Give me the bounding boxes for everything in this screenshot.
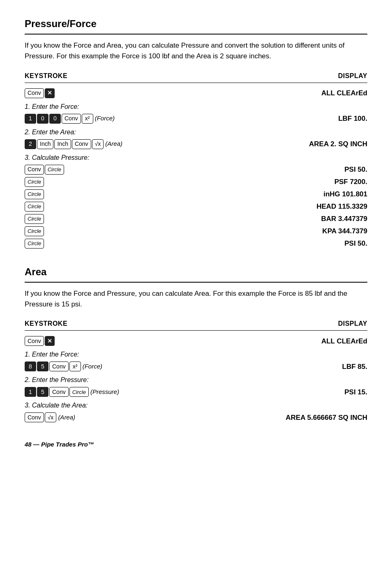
inch-key-b[interactable]: Inch [54,139,71,149]
display-value: ALL CLEArEd [265,336,367,347]
keystroke-col: 1 0 0 Conv x² (Force) [25,114,265,124]
x-key[interactable]: ✕ [45,336,55,346]
key-8[interactable]: 8 [25,361,36,371]
circle-key[interactable]: Circle [25,226,44,236]
key-0b[interactable]: 0 [49,114,61,124]
sqrt-key[interactable]: √x [45,412,57,422]
circle-key[interactable]: Circle [25,202,44,212]
table-row: Circle PSI 50. [25,237,367,250]
display-value: HEAD 115.3329 [265,201,367,212]
display-value: BAR 3.447379 [265,214,367,224]
footer: 48 — Pipe Trades Pro™ [25,440,367,449]
key-1[interactable]: 1 [25,114,36,124]
section-area: Area If you know the Force and Pressure,… [25,265,367,424]
table-row: Circle BAR 3.447379 [25,213,367,225]
section2-table-header: KEYSTROKE DISPLAY [25,319,367,331]
inch-key-a[interactable]: Inch [37,139,53,149]
keystroke-col: Conv √x (Area) [25,412,265,422]
keystroke-col: 2 Inch Inch Conv √x (Area) [25,139,265,149]
table-row: 1 0 0 Conv x² (Force) LBF 100. [25,113,367,125]
step3-label-s2: 3. Calculate the Area: [25,401,367,410]
conv-key[interactable]: Conv [49,387,69,397]
table-row: Conv ✕ ALL CLEArEd [25,87,367,99]
keystroke-col: Circle [25,226,265,236]
x2-key[interactable]: x² [82,114,93,124]
key-5b[interactable]: 5 [37,387,48,397]
area-label: (Area) [58,413,75,422]
keystroke-col: Conv ✕ [25,88,265,98]
step3-label: 3. Calculate Pressure: [25,153,367,163]
circle-key[interactable]: Circle [25,177,44,187]
x2-key[interactable]: x² [69,361,81,371]
display-value: KPA 344.7379 [265,226,367,237]
keystroke-col: Circle [25,189,265,199]
footer-text: 48 — Pipe Trades Pro™ [25,441,94,448]
section1-table-header: KEYSTROKE DISPLAY [25,71,367,83]
pressure-label: (Pressure) [90,387,119,397]
area-label: (Area) [105,139,122,149]
conv-key[interactable]: Conv [62,114,81,124]
display-value: inHG 101.801 [265,189,367,200]
step2-label: 2. Enter the Area: [25,127,367,137]
keystroke-col: 8 5 Conv x² (Force) [25,361,265,371]
force-label: (Force) [83,362,102,371]
section1-title: Pressure/Force [25,16,367,35]
keystroke-col: 1 5 Conv Circle (Pressure) [25,387,265,397]
conv-key[interactable]: Conv [72,139,91,149]
circle-key[interactable]: Circle [25,214,44,224]
table-row: Circle KPA 344.7379 [25,225,367,237]
table-row: Circle PSF 7200. [25,176,367,188]
table-row: 8 5 Conv x² (Force) LBF 85. [25,360,367,373]
table-row: Conv Circle PSI 50. [25,163,367,176]
keystroke-header-1: KEYSTROKE [25,71,67,81]
table-row: Circle HEAD 115.3329 [25,200,367,213]
circle-key[interactable]: Circle [69,387,89,397]
key-5[interactable]: 5 [37,361,48,371]
display-header-2: DISPLAY [338,319,367,329]
display-value: PSF 7200. [265,177,367,187]
table-row: Conv ✕ ALL CLEArEd [25,335,367,347]
step1-label: 1. Enter the Force: [25,102,367,112]
key-1[interactable]: 1 [25,387,36,397]
conv-key[interactable]: Conv [25,88,44,98]
section2-description: If you know the Force and Pressure, you … [25,288,367,310]
display-value: AREA 5.666667 SQ INCH [265,412,367,423]
sqrt-key[interactable]: √x [92,139,104,149]
keystroke-col: Circle [25,177,265,187]
circle-key[interactable]: Circle [45,165,64,175]
keystroke-col: Circle [25,239,265,249]
step1-label-s2: 1. Enter the Force: [25,350,367,359]
section1-description: If you know the Force and Area, you can … [25,40,367,62]
step2-label-s2: 2. Enter the Pressure: [25,375,367,385]
display-value: PSI 50. [265,238,367,249]
display-value: ALL CLEArEd [265,88,367,99]
display-value: LBF 85. [265,361,367,372]
keystroke-col: Conv ✕ [25,336,265,346]
conv-key[interactable]: Conv [25,412,44,422]
conv-key[interactable]: Conv [25,165,44,175]
keystroke-col: Conv Circle [25,165,265,175]
table-row: Circle inHG 101.801 [25,188,367,200]
circle-key[interactable]: Circle [25,239,44,249]
table-row: Conv √x (Area) AREA 5.666667 SQ INCH [25,411,367,424]
display-value: LBF 100. [265,113,367,124]
key-2[interactable]: 2 [25,139,36,149]
x-key[interactable]: ✕ [45,88,55,98]
conv-key[interactable]: Conv [25,336,44,346]
display-value: PSI 50. [265,164,367,175]
keystroke-header-2: KEYSTROKE [25,319,67,329]
table-row: 2 Inch Inch Conv √x (Area) AREA 2. SQ IN… [25,138,367,150]
keystroke-col: Circle [25,214,265,224]
display-value: AREA 2. SQ INCH [265,139,367,150]
table-row: 1 5 Conv Circle (Pressure) PSI 15. [25,386,367,398]
circle-key[interactable]: Circle [25,189,44,199]
force-label: (Force) [95,114,115,123]
section2-title: Area [25,265,367,283]
conv-key[interactable]: Conv [49,361,69,371]
display-header-1: DISPLAY [338,71,367,81]
key-0a[interactable]: 0 [37,114,48,124]
display-value: PSI 15. [265,387,367,398]
section-pressure-force: Pressure/Force If you know the Force and… [25,16,367,250]
keystroke-col: Circle [25,202,265,212]
